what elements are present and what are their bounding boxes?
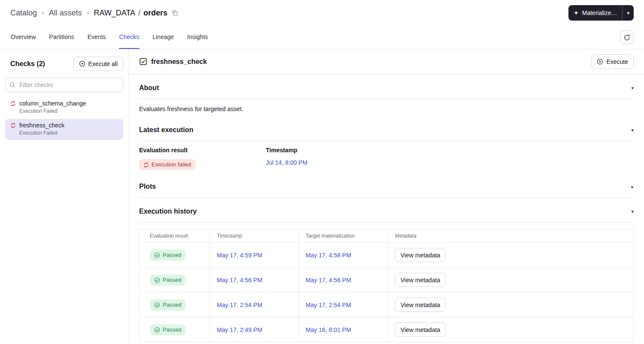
breadcrumb-all-assets[interactable]: All assets <box>49 9 82 18</box>
tab[interactable]: Insights <box>187 26 208 49</box>
result-cell: Passed <box>140 268 210 293</box>
evaluation-result-label: Evaluation result <box>139 147 266 154</box>
tab[interactable]: Partitions <box>49 26 74 49</box>
tab-label: Overview <box>11 33 36 40</box>
timestamp-field: Timestamp Jul 14, 8:00 PM <box>266 147 392 170</box>
topbar: Catalog › All assets › RAW_DATA / orders… <box>0 0 644 26</box>
passed-badge: Passed <box>150 250 185 261</box>
result-cell: Passed <box>140 243 210 268</box>
breadcrumb-path-separator: / <box>138 9 140 18</box>
column-header-metadata: Metadata <box>388 229 634 243</box>
view-metadata-button[interactable]: View metadata <box>395 323 446 337</box>
timestamp-cell: May 17, 2:54 PM <box>210 293 299 317</box>
tab-label: Lineage <box>152 33 174 40</box>
breadcrumb-separator-icon: › <box>42 9 44 17</box>
execution-history-table: Evaluation result Timestamp Target mater… <box>139 229 634 342</box>
check-name: freshness_check <box>19 122 64 129</box>
execution-history-heading: Execution history <box>139 207 197 216</box>
tab[interactable]: Checks <box>119 26 140 49</box>
target-materialization-link[interactable]: May 17, 4:58 PM <box>306 252 351 259</box>
checks-sidebar: Checks (2) Execute all <box>0 49 129 344</box>
filter-checks <box>5 78 123 92</box>
play-icon <box>597 58 603 65</box>
copy-icon[interactable] <box>172 10 178 16</box>
execute-all-button[interactable]: Execute all <box>73 57 123 71</box>
breadcrumb-separator-icon: › <box>87 9 89 17</box>
column-header-target-materialization: Target materialization <box>299 229 388 243</box>
execute-button[interactable]: Execute <box>591 54 634 69</box>
latest-execution-heading: Latest execution <box>139 125 193 135</box>
sections: About ▾ Evaluates freshness for targeted… <box>129 74 644 342</box>
latest-execution-section: Latest execution ▾ Evaluation result <box>139 116 634 173</box>
chevron-down-icon[interactable]: ▾ <box>631 209 634 214</box>
result-cell: Passed <box>140 293 210 317</box>
check-name: column_schema_change <box>19 100 86 107</box>
history-row: Passed May 17, 4:59 PM May 17, 4:58 PM <box>140 243 634 268</box>
breadcrumb-catalog[interactable]: Catalog <box>10 9 37 18</box>
execution-failed-icon <box>143 162 149 168</box>
tab[interactable]: Events <box>87 26 106 49</box>
metadata-cell: View metadata <box>388 268 634 293</box>
result-cell: Passed <box>140 317 210 342</box>
tab[interactable]: Overview <box>10 26 36 49</box>
view-metadata-button[interactable]: View metadata <box>395 248 446 262</box>
latest-timestamp-link[interactable]: Jul 14, 8:00 PM <box>266 159 307 166</box>
passed-badge-label: Passed <box>163 276 181 284</box>
about-heading: About <box>139 83 159 93</box>
execution-history-section-header[interactable]: Execution history ▾ <box>139 198 634 223</box>
target-materialization-link[interactable]: May 17, 4:56 PM <box>306 277 351 284</box>
target-materialization-cell: May 17, 4:56 PM <box>299 268 388 293</box>
refresh-button[interactable] <box>620 30 634 44</box>
tabs: Overview Partitions Events Checks Lineag… <box>10 26 208 49</box>
check-list-item[interactable]: freshness_check Execution Failed <box>5 119 123 140</box>
check-list: column_schema_change Execution Failed <box>5 97 123 140</box>
breadcrumb-asset-group[interactable]: RAW_DATA <box>94 9 135 18</box>
about-body: Evaluates freshness for targeted asset. <box>139 106 634 113</box>
metadata-cell: View metadata <box>388 317 634 342</box>
passed-badge: Passed <box>150 275 185 286</box>
check-list-item[interactable]: column_schema_change Execution Failed <box>5 97 123 118</box>
target-materialization-link[interactable]: May 17, 2:54 PM <box>306 302 351 308</box>
sidebar-header: Checks (2) Execute all <box>5 57 123 71</box>
about-section-header[interactable]: About ▾ <box>139 74 634 99</box>
chevron-right-icon[interactable]: ▸ <box>631 184 634 190</box>
materialize-label: Materialize… <box>582 9 617 16</box>
tab[interactable]: Lineage <box>152 26 174 49</box>
materialize-dropdown-button[interactable]: ▾ <box>623 5 634 21</box>
timestamp-cell: May 17, 2:49 PM <box>210 317 299 342</box>
chevron-down-icon[interactable]: ▾ <box>631 85 634 91</box>
breadcrumb: Catalog › All assets › RAW_DATA / orders <box>10 9 178 18</box>
target-materialization-cell: May 17, 4:58 PM <box>299 243 388 268</box>
timestamp-label: Timestamp <box>266 147 392 154</box>
target-materialization-link[interactable]: May 16, 8:01 PM <box>306 326 351 333</box>
check-name-row: freshness_check <box>10 122 118 129</box>
materialize-button[interactable]: ✦ Materialize… <box>568 5 622 21</box>
about-section: About ▾ Evaluates freshness for targeted… <box>139 74 634 113</box>
passed-badge-label: Passed <box>163 251 181 259</box>
execution-timestamp-link[interactable]: May 17, 2:49 PM <box>217 326 262 333</box>
latest-execution-section-header[interactable]: Latest execution ▾ <box>139 116 634 141</box>
view-metadata-button[interactable]: View metadata <box>395 273 446 287</box>
plots-section-header[interactable]: Plots ▸ <box>139 173 634 198</box>
timestamp-cell: May 17, 4:56 PM <box>210 268 299 293</box>
evaluation-result-field: Evaluation result Execution failed <box>139 147 266 170</box>
check-detail-header: freshness_check Execute <box>129 49 644 74</box>
chevron-down-icon[interactable]: ▾ <box>631 127 634 133</box>
content: Checks (2) Execute all <box>0 49 644 344</box>
filter-checks-input[interactable] <box>5 78 123 92</box>
table-header-row: Evaluation result Timestamp Target mater… <box>140 229 634 243</box>
metadata-cell: View metadata <box>388 243 634 268</box>
execution-timestamp-link[interactable]: May 17, 4:56 PM <box>217 277 262 284</box>
plots-section: Plots ▸ <box>139 173 634 198</box>
execution-timestamp-link[interactable]: May 17, 2:54 PM <box>217 302 262 308</box>
execution-timestamp-link[interactable]: May 17, 4:59 PM <box>217 252 262 259</box>
app-root: Catalog › All assets › RAW_DATA / orders… <box>0 0 644 344</box>
tab-label: Insights <box>187 33 208 40</box>
check-circle-icon <box>154 302 160 308</box>
tab-label: Checks <box>119 33 140 40</box>
table-body: Passed May 17, 4:59 PM May 17, 4:58 PM <box>140 243 634 342</box>
check-title: freshness_check <box>151 58 207 66</box>
tab-bar: Overview Partitions Events Checks Lineag… <box>0 26 644 49</box>
check-failed-icon <box>10 101 16 106</box>
view-metadata-button[interactable]: View metadata <box>395 298 446 312</box>
